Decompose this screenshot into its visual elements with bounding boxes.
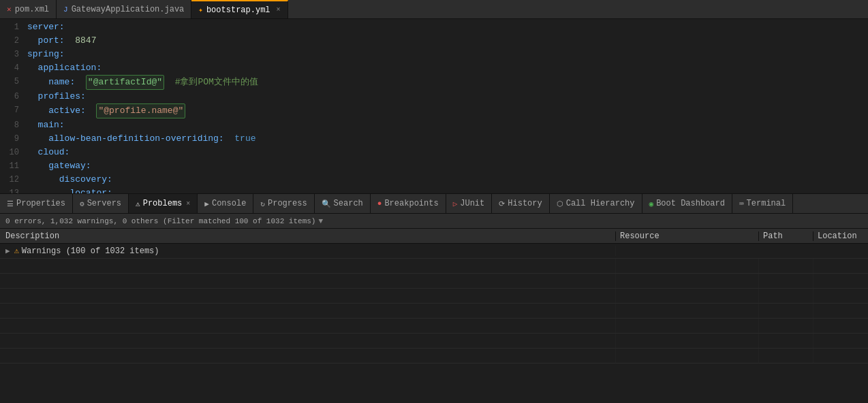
btab-terminal[interactable]: ⌨ Terminal [732,194,793,213]
table-row [0,274,868,289]
code-line-3: 3 spring: [0,48,868,61]
code-content[interactable]: 1 server: 2 port: 8847 3 spring: 4 appli… [0,19,868,193]
breakpoints-icon: ● [377,199,382,208]
btab-junit[interactable]: ▷ JUnit [446,194,493,213]
btab-breakpoints-label: Breakpoints [384,199,438,208]
search-icon: 🔍 [322,199,331,208]
code-line-2: 2 port: 8847 [0,34,868,48]
btab-terminal-label: Terminal [747,199,786,208]
history-icon: ⟳ [499,199,505,208]
warning-icon: ⚠ [14,246,19,256]
bootstrap-icon: ✦ [198,5,203,14]
status-text: 0 errors, 1,032 warnings, 0 others (Filt… [5,217,315,225]
problems-icon: ⚠ [136,199,140,208]
problems-table: Description Resource Path Location ▶ ⚠ W… [0,229,868,403]
terminal-icon: ⌨ [739,199,744,208]
th-description: Description [0,231,616,241]
btab-servers-label: Servers [87,199,121,208]
tab-bootstrap-close[interactable]: × [277,6,281,14]
filter-arrow[interactable]: ▼ [318,217,323,225]
code-line-8: 8 main: [0,118,868,132]
table-header: Description Resource Path Location [0,229,868,244]
progress-icon: ↻ [260,199,265,208]
code-line-9: 9 allow-bean-definition-overriding: true [0,132,868,146]
btab-problems[interactable]: ⚠ Problems × [129,194,198,213]
tab-bar: ✕ pom.xml J GatewayApplication.java ✦ bo… [0,0,868,19]
properties-icon: ☰ [7,199,14,208]
tab-gateway[interactable]: J GatewayApplication.java [57,0,191,18]
code-line-10: 10 cloud: [0,146,868,159]
table-row [0,304,868,319]
btab-servers[interactable]: ⚙ Servers [73,194,129,213]
th-location: Location [813,231,868,241]
btab-search-label: Search [334,199,363,208]
tab-gateway-label: GatewayApplication.java [72,5,185,14]
junit-icon: ▷ [453,199,458,208]
btab-bootdashboard-label: Boot Dashboard [656,199,725,208]
btab-console[interactable]: ▶ Console [198,194,253,213]
code-line-12: 12 discovery: [0,173,868,187]
btab-progress[interactable]: ↻ Progress [253,194,314,213]
btab-callhierarchy[interactable]: ⬡ Call Hierarchy [550,194,642,213]
btab-search[interactable]: 🔍 Search [315,194,371,213]
expand-arrow-icon[interactable]: ▶ [5,246,10,255]
table-row [0,289,868,304]
btab-properties[interactable]: ☰ Properties [0,194,73,213]
code-line-5: 5 name: "@artifactId@" #拿到POM文件中的值 [0,75,868,90]
btab-history-label: History [508,199,542,208]
code-editor: 1 server: 2 port: 8847 3 spring: 4 appli… [0,19,868,193]
code-line-6: 6 profiles: [0,90,868,103]
console-icon: ▶ [204,199,209,208]
bootdashboard-icon: ◉ [649,199,654,208]
btab-properties-label: Properties [16,199,65,208]
callhierarchy-icon: ⬡ [557,199,563,208]
table-row [0,349,868,364]
btab-problems-label: Problems [143,199,183,208]
btab-callhierarchy-label: Call Hierarchy [566,199,635,208]
btab-history[interactable]: ⟳ History [492,194,549,213]
warnings-label: Warnings (100 of 1032 items) [22,246,159,256]
tab-pom[interactable]: ✕ pom.xml [0,0,57,18]
table-body: ▶ ⚠ Warnings (100 of 1032 items) [0,244,868,403]
tab-pom-label: pom.xml [15,5,49,14]
code-line-13: 13 locator: [0,187,868,193]
status-bar: 0 errors, 1,032 warnings, 0 others (Filt… [0,214,868,229]
tab-bootstrap[interactable]: ✦ bootstrap.yml × [191,0,288,18]
pom-icon: ✕ [7,5,12,14]
servers-icon: ⚙ [80,199,84,208]
th-path: Path [759,231,813,241]
bottom-tab-bar: ☰ Properties ⚙ Servers ⚠ Problems × ▶ Co… [0,193,868,214]
gateway-icon: J [63,5,68,14]
code-line-11: 11 gateway: [0,159,868,173]
btab-junit-label: JUnit [460,199,484,208]
btab-progress-label: Progress [268,199,307,208]
table-row [0,259,868,274]
btab-breakpoints[interactable]: ● Breakpoints [371,194,446,213]
code-line-7: 7 active: "@profile.name@" [0,103,868,118]
btab-bootdashboard[interactable]: ◉ Boot Dashboard [642,194,732,213]
table-row [0,319,868,334]
tab-bootstrap-label: bootstrap.yml [206,5,270,15]
td-description: ▶ ⚠ Warnings (100 of 1032 items) [0,246,616,256]
btab-console-label: Console [212,199,246,208]
code-line-1: 1 server: [0,20,868,34]
th-resource: Resource [616,231,759,241]
table-row[interactable]: ▶ ⚠ Warnings (100 of 1032 items) [0,244,868,259]
btab-problems-close[interactable]: × [186,200,190,208]
table-row [0,334,868,349]
code-line-4: 4 application: [0,61,868,75]
